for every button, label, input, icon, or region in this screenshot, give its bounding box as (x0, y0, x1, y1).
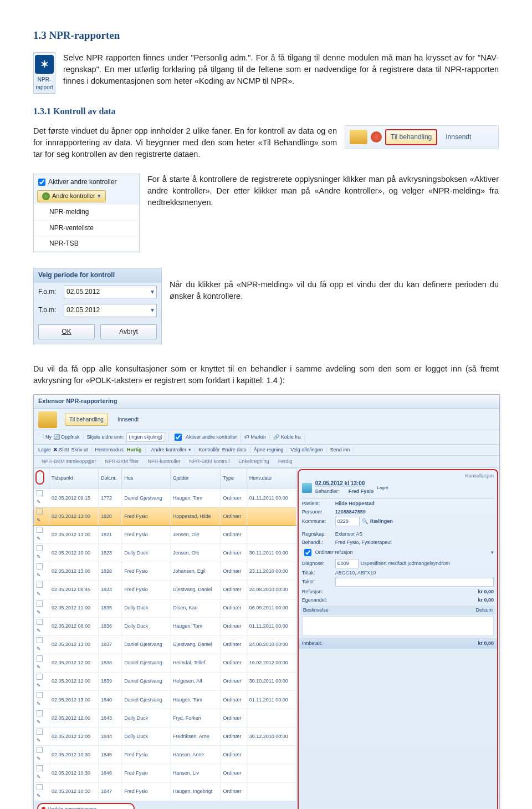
ok-button[interactable]: OK (38, 324, 95, 339)
chevron-down-icon: ▾ (151, 306, 154, 315)
behandler-label: Behandler: (315, 488, 346, 495)
tab-innsendt-main[interactable]: Innsendt (114, 414, 142, 426)
table-row[interactable]: ✎02.05.2012 13:001844Dolly DuckFredrikse… (34, 727, 296, 746)
menu-item-npr-tsb[interactable]: NPR-TSB (34, 236, 139, 252)
endre-dato-button[interactable]: Endre dato (222, 446, 247, 454)
row-checkbox[interactable] (37, 563, 43, 569)
personnr-label: Personnr (302, 508, 333, 516)
fom-input[interactable]: 02.05.2012▾ (64, 286, 157, 298)
beskrivelse-list[interactable] (302, 616, 494, 636)
andre-kontroller-button[interactable]: Andre kontroller ▾ (37, 190, 106, 202)
tab-innsendt[interactable]: Innsendt (441, 130, 476, 145)
marker-button[interactable]: 🏷 Markèr (244, 434, 267, 441)
refusjon-label: Refusjon: (302, 588, 323, 596)
tom-input[interactable]: 02.05.2012▾ (64, 304, 157, 317)
table-row[interactable]: ✎02.05.2012 12:001839Daniel GjestvangHel… (34, 672, 296, 690)
ordinar-refusjon-checkbox[interactable] (304, 549, 311, 556)
row-checkbox[interactable] (37, 545, 43, 551)
table-header[interactable]: Dok.nr. (99, 468, 122, 489)
table-header[interactable] (34, 468, 49, 489)
row-checkbox[interactable] (37, 710, 43, 716)
row-checkbox[interactable] (37, 490, 43, 496)
tab-til-behandling-main[interactable]: Til behandling (65, 414, 108, 426)
aktiver-andre-kontroller-label: Aktiver andre kontroller (48, 177, 116, 187)
koble-button[interactable]: 🔗 Koble fra (273, 434, 301, 441)
legend-label: Ugyldig personnummer (48, 806, 96, 809)
magnify-icon[interactable]: 🔍 (362, 518, 368, 525)
table-header[interactable]: Tidspunkt (49, 468, 99, 489)
takst-label: Takst: (302, 578, 333, 586)
detail-datetime: 02.05.2012 kl 13:00 (315, 480, 374, 488)
table-row[interactable]: ✎02.05.2012 12:001843Dolly DuckFryd, For… (34, 709, 296, 727)
aktiver-andre-kontroller-checkbox[interactable] (38, 179, 45, 186)
ok-label: OK (62, 328, 71, 335)
kommune-kode[interactable]: 0228 (335, 517, 360, 526)
legend-box: Ugyldig personnummerMangler gyldig takst… (37, 803, 135, 809)
oppfrisk-button[interactable]: 🔄Oppfrisk (54, 434, 80, 441)
table-row[interactable]: ✎02.05.2012 10:001823Dolly DuckJensen, O… (34, 544, 296, 562)
fom-value: 02.05.2012 (66, 287, 100, 297)
takst-input[interactable] (335, 578, 494, 587)
table-header[interactable]: Type (221, 468, 247, 489)
table-header[interactable]: Hos (122, 468, 170, 489)
row-checkbox[interactable] (37, 784, 43, 790)
pasient-label: Pasient: (302, 500, 333, 507)
row-checkbox[interactable] (37, 619, 43, 625)
send-inn-button[interactable]: Send inn (330, 446, 350, 454)
toolbar-section: Enkeltregning (236, 457, 273, 466)
hurtig-button[interactable]: Hurtig (127, 446, 142, 454)
menu-item-npr-melding[interactable]: NPR-melding (34, 205, 139, 220)
delsum-col: Delsum (475, 607, 493, 614)
kontroller-button[interactable]: Kontrollèr (198, 446, 220, 454)
row-checkbox[interactable] (37, 674, 43, 680)
kommune-label: Kommune: (302, 518, 333, 525)
table-row[interactable]: ✎02.05.2012 08:451834Fred FysioGjestvang… (34, 581, 296, 599)
table-row[interactable]: ✎02.05.2012 08:001836Dolly DuckHaugen, T… (34, 617, 296, 635)
apne-regning-button[interactable]: Åpne regning (254, 446, 284, 454)
slett-button[interactable]: ✖ Slett (53, 446, 69, 454)
skriv-button[interactable]: Skriv ut (71, 446, 88, 454)
npr-glyph: ✶ (35, 55, 54, 74)
table-row[interactable]: ✎02.05.2012 11:001835Dolly DuckOlsen, Ka… (34, 599, 296, 617)
chevron-down-icon: ▾ (98, 192, 101, 201)
andre-kontroller-tb[interactable]: Andre kontroller (151, 446, 187, 454)
table-header[interactable]: Henv.dato (247, 468, 296, 489)
aktiver-checkbox-tb[interactable] (175, 434, 182, 441)
table-row[interactable]: ✎02.05.2012 12:001838Daniel GjestvangHei… (34, 654, 296, 672)
table-row[interactable]: ✎02.05.2012 13:001820Fred FysioHoppestad… (34, 507, 296, 526)
row-checkbox[interactable] (37, 601, 43, 607)
save-icon[interactable] (302, 483, 312, 493)
table-row[interactable]: ✎02.05.2012 13:001837Daniel GjestvangGje… (34, 635, 296, 654)
row-checkbox[interactable] (37, 508, 43, 515)
row-checkbox[interactable] (37, 582, 43, 588)
ny-button[interactable]: 📄Ny (38, 434, 52, 441)
skjul-select[interactable]: (ingen skjuling) (126, 433, 166, 442)
diagnose-value: Uspesifisert medfødt jodmangelsyndrom (361, 560, 450, 567)
menu-item-npr-venteliste[interactable]: NPR-venteliste (34, 221, 139, 236)
avbryt-button[interactable]: Avbryt (100, 324, 157, 339)
table-row[interactable]: ✎02.05.2012 10:301846Fred FysioHansen, L… (34, 764, 296, 782)
palette-icon (371, 131, 382, 143)
tab-til-behandling[interactable]: Til behandling (385, 129, 437, 145)
table-header[interactable]: Gjelder (170, 468, 221, 489)
table-row[interactable]: ✎02.05.2012 13:001821Fred FysioJensen, O… (34, 526, 296, 544)
row-checkbox[interactable] (37, 747, 43, 753)
row-checkbox[interactable] (37, 637, 43, 643)
row-checkbox[interactable] (37, 692, 43, 698)
table-row[interactable]: ✎02.05.2012 10:301847Fred FysioHaugen, I… (34, 782, 296, 801)
row-checkbox[interactable] (37, 729, 43, 735)
velg-alle-button[interactable]: Velg alle/ingen (290, 446, 323, 454)
row-checkbox[interactable] (37, 655, 43, 662)
refusjon-value: kr 0,00 (478, 588, 494, 596)
table-row[interactable]: ✎02.05.2012 13:001840Daniel GjestvangHau… (34, 691, 296, 709)
andre-kontroller-panel: Aktiver andre kontroller Andre kontrolle… (33, 174, 140, 253)
row-checkbox[interactable] (37, 765, 43, 771)
paragraph-intro: Selve NPR rapporten finnes under "Person… (63, 52, 499, 87)
table-row[interactable]: ✎02.05.2012 09:151772Daniel GjestvangHau… (34, 489, 296, 507)
table-row[interactable]: ✎02.05.2012 10:301845Fred FysioHansen, A… (34, 746, 296, 764)
table-row[interactable]: ✎02.05.2012 13:001828Fred FysioJohansen,… (34, 562, 296, 581)
row-checkbox[interactable] (37, 527, 43, 533)
diagnose-kode[interactable]: E009 (335, 559, 359, 568)
kommune-value: Rælingen (370, 518, 393, 525)
lagre-button[interactable]: Lagre (38, 446, 51, 454)
